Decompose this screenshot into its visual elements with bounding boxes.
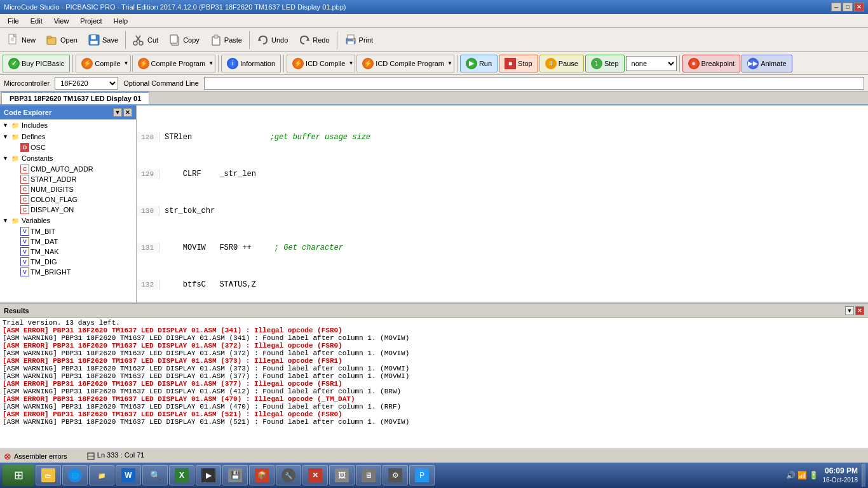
save-button[interactable]: Save [83, 30, 123, 50]
results-header: Results ▼ ✕ [0, 304, 868, 318]
run-button[interactable]: ▶ Run [460, 55, 498, 72]
stop-icon: ■ [505, 58, 516, 69]
stop-button[interactable]: ■ Stop [499, 55, 538, 72]
results-arrow-button[interactable]: ▼ [845, 306, 854, 315]
menu-bar: File Edit View Project Help [0, 14, 868, 28]
icd-compile-program-button[interactable]: ⚡ ICD Compile Program ▼ [356, 55, 454, 72]
icd-compile-button[interactable]: ⚡ ICD Compile ▼ [287, 55, 355, 72]
sidebar-item-cmd-auto-addr[interactable]: C CMD_AUTO_ADDR [0, 164, 136, 174]
colon-flag-icon: C [20, 195, 29, 204]
animate-button[interactable]: ▶▶ Animate [742, 55, 792, 72]
result-warning-1: [ASM WARNING] PBP31 18F2620 TM1637 LED D… [3, 334, 865, 342]
undo-button[interactable]: Undo [252, 30, 292, 50]
cut-button[interactable]: Cut [128, 30, 163, 50]
sidebar-item-constants[interactable]: ▼ 📁 Constants [0, 152, 136, 164]
results-close-button[interactable]: ✕ [855, 306, 864, 315]
start-button[interactable]: ⊞ [3, 464, 34, 486]
menu-view[interactable]: View [49, 16, 74, 26]
taskbar-app2[interactable]: 📦 [249, 465, 275, 485]
toolbar2-sep1 [72, 55, 73, 72]
code-editor[interactable]: 128 STRlen ;get buffer usage size 129 CL… [137, 105, 868, 302]
minimize-button[interactable]: ─ [831, 3, 841, 11]
microcontroller-select[interactable]: 18F2620 16F877A 18F452 16F628A [55, 77, 118, 90]
taskbar-media[interactable]: ▶ [196, 465, 221, 485]
sidebar-item-tm-bright[interactable]: V TM_BRIGHT [0, 267, 136, 277]
tm-dig-label: TM_DIG [31, 258, 57, 266]
sidebar-item-colon-flag[interactable]: C COLON_FLAG [0, 194, 136, 205]
result-error-5: [ASM ERROR] PBP31 18F2620 TM1637 LED DIS… [3, 395, 865, 403]
taskbar-app8[interactable]: P [409, 465, 435, 485]
buy-picbasic-button[interactable]: ✓ Buy PICBasic [3, 55, 70, 72]
maximize-button[interactable]: □ [843, 3, 853, 11]
sidebar-item-includes[interactable]: ▼ 📁 Includes [0, 119, 136, 131]
close-button[interactable]: ✕ [854, 3, 864, 11]
icd-compile-icon: ⚡ [292, 58, 304, 69]
taskbar-word[interactable]: W [116, 465, 141, 485]
show-desktop-button[interactable] [862, 464, 865, 487]
open-button[interactable]: Open [41, 30, 82, 50]
taskbar-search[interactable]: 🔍 [142, 465, 168, 485]
compile-program-button[interactable]: ⚡ Compile Program ▼ [132, 55, 216, 72]
taskbar-app3[interactable]: 🔧 [276, 465, 301, 485]
tab-file[interactable]: PBP31 18F2620 TM1637 LED Display 01 [1, 92, 149, 104]
print-button[interactable]: Print [340, 30, 378, 50]
result-error-1: [ASM ERROR] PBP31 18F2620 TM1637 LED DIS… [3, 327, 865, 334]
sidebar-item-osc[interactable]: D OSC [0, 142, 136, 152]
sidebar-item-tm-dig[interactable]: V TM_DIG [0, 257, 136, 267]
taskbar-excel-icon: X [175, 468, 189, 482]
svg-rect-9 [91, 35, 96, 39]
cursor-icon [86, 452, 95, 461]
taskbar-app4[interactable]: ✕ [302, 465, 328, 485]
constants-label: Constants [22, 154, 53, 162]
sidebar-controls: ▼ ✕ [113, 108, 132, 117]
sidebar-tree: ▼ 📁 Includes ▼ 📁 Defines [0, 119, 136, 302]
taskbar-app6[interactable]: 🖥 [356, 465, 381, 485]
sidebar-item-display-on[interactable]: C DISPLAY_ON [0, 205, 136, 215]
taskbar-app5[interactable]: 🖼 [329, 465, 355, 485]
sidebar-item-num-digits[interactable]: C NUM_DIGITS [0, 184, 136, 194]
compile-button[interactable]: ⚡ Compile ▼ [76, 55, 130, 72]
sidebar-close-button[interactable]: ✕ [123, 108, 132, 117]
taskbar-files[interactable]: 📁 [89, 465, 114, 485]
taskbar-app7[interactable]: ⚙ [383, 465, 408, 485]
menu-edit[interactable]: Edit [25, 16, 48, 26]
compile-program-label: Compile Program [151, 60, 206, 67]
optional-cmd-input[interactable] [204, 77, 864, 90]
tab-bar: PBP31 18F2620 TM1637 LED Display 01 [0, 92, 868, 105]
result-warning-7: [ASM WARNING] PBP31 18F2620 TM1637 LED D… [3, 418, 865, 426]
sidebar-item-tm-dat[interactable]: V TM_DAT [0, 236, 136, 247]
tray-icons: 🔊 📶 🔋 [786, 471, 819, 480]
information-button[interactable]: i Information [221, 55, 281, 72]
stop-label: Stop [518, 60, 532, 67]
step-button[interactable]: ⤵ Step [585, 55, 625, 72]
sidebar-item-tm-nak[interactable]: V TM_NAK [0, 247, 136, 257]
pause-button[interactable]: ⏸ Pause [539, 55, 584, 72]
taskbar-browser[interactable]: 🌐 [62, 465, 88, 485]
print-label: Print [359, 36, 374, 44]
assembler-errors-status: ⊗ Assembler errors [4, 451, 67, 461]
tm-bright-label: TM_BRIGHT [31, 268, 71, 276]
copy-icon [168, 34, 181, 46]
includes-folder-icon: 📁 [10, 120, 20, 130]
none-select[interactable]: none [626, 56, 677, 71]
paste-button[interactable]: Paste [205, 30, 247, 50]
sidebar-item-defines[interactable]: ▼ 📁 Defines [0, 131, 136, 142]
new-button[interactable]: New [3, 30, 40, 50]
results-content[interactable]: Trial version. 13 days left. [ASM ERROR]… [0, 318, 868, 449]
taskbar-folder[interactable]: 🗁 [36, 465, 61, 485]
run-icon: ▶ [466, 58, 477, 69]
copy-button[interactable]: Copy [164, 30, 204, 50]
menu-project[interactable]: Project [75, 16, 107, 26]
menu-file[interactable]: File [3, 16, 24, 26]
taskbar-app1[interactable]: 💾 [222, 465, 248, 485]
taskbar-excel[interactable]: X [169, 465, 194, 485]
sidebar-arrow-button[interactable]: ▼ [113, 108, 122, 117]
redo-button[interactable]: Redo [294, 30, 334, 50]
sidebar-item-start-addr[interactable]: C START_ADDR [0, 174, 136, 184]
sidebar-item-tm-bit[interactable]: V TM_BIT [0, 226, 136, 236]
menu-help[interactable]: Help [109, 16, 133, 26]
sidebar-item-variables[interactable]: ▼ 📁 Variables [0, 215, 136, 226]
taskbar-clock[interactable]: 06:09 PM 16-Oct-2018 [822, 466, 858, 485]
result-warning-5: [ASM WARNING] PBP31 18F2620 TM1637 LED D… [3, 388, 865, 395]
breakpoint-button[interactable]: ● Breakpoint [682, 55, 741, 72]
